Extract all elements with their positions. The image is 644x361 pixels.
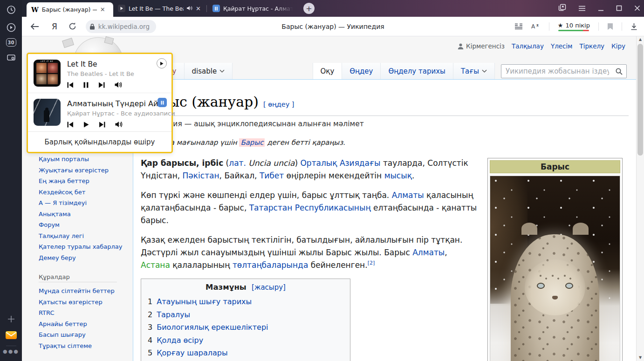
toc-item[interactable]: 3 Биологиялық ерекшеліктері	[141, 321, 350, 334]
calendar-icon[interactable]: 30	[5, 36, 17, 48]
volume-icon[interactable]	[115, 81, 122, 90]
sidebar-tool-link[interactable]: Мұнда сілтейтін беттер	[39, 286, 130, 297]
reader-mode-icon[interactable]	[514, 23, 523, 30]
previous-track-icon[interactable]	[67, 121, 74, 129]
sidebar-nav-link[interactable]: Қауым порталы	[39, 154, 130, 165]
tab-read[interactable]: Оқу	[313, 63, 343, 80]
download-icon[interactable]	[630, 23, 637, 30]
close-window-icon[interactable]	[634, 4, 640, 13]
mute-all-tabs-button[interactable]: Барлық қойындыларды өшіру	[28, 131, 171, 152]
personal-link[interactable]: Үлесім	[551, 42, 573, 50]
edit-section-link[interactable]: [ өңдеу ]	[263, 101, 295, 108]
tab-more[interactable]: Тағы	[453, 63, 495, 80]
sidebar-nav-link[interactable]: Қателер туралы хабарлау	[39, 241, 130, 252]
scroll-down-icon[interactable]: ▼	[637, 355, 644, 360]
tab-pause-badge[interactable]	[158, 98, 167, 107]
tab-edit[interactable]: Өңдеу	[342, 63, 381, 80]
wiki-link[interactable]: Тибет	[260, 171, 284, 180]
sidebar-tool-link[interactable]: Басып шығару	[39, 329, 130, 341]
chevron-down-icon	[219, 69, 225, 73]
next-track-icon[interactable]	[99, 121, 105, 129]
scrollbar-thumb[interactable]	[637, 44, 643, 156]
wiki-link[interactable]: Алматы	[392, 191, 424, 200]
wiki-link[interactable]: төлтаңбаларында	[233, 260, 308, 270]
personal-link[interactable]: Тіркелу	[579, 42, 604, 50]
wiki-link[interactable]: Астана	[141, 260, 170, 270]
sidebar-add-icon[interactable]	[5, 313, 17, 325]
toolbar-divider	[622, 22, 622, 31]
tab-kairat[interactable]: Қайрат Нұртас - Алматын	[208, 0, 298, 17]
sidebar-nav-link[interactable]: Ең жаңа беттер	[39, 176, 130, 187]
text-segment: .	[412, 171, 414, 180]
text-segment: )	[295, 158, 300, 168]
yandex-icon[interactable]: Я	[52, 22, 57, 31]
site-reviews[interactable]: ★ 10 пікір	[558, 22, 590, 31]
sidebar-nav-link[interactable]: Талқылау легі	[39, 231, 130, 242]
wiki-link[interactable]: Татарстан Республикасының	[249, 203, 371, 212]
wikipedia-logo[interactable]	[49, 36, 123, 53]
sidebar-more-icon[interactable]: ●●●	[3, 348, 19, 354]
sidebar-nav-link[interactable]: Кездейсоқ бет	[39, 187, 130, 198]
wiki-link[interactable]: мысық	[384, 171, 412, 180]
toc-item[interactable]: 5.1 Статус	[141, 360, 350, 361]
wiki-link[interactable]: Алматы	[412, 248, 445, 257]
toc-hide-toggle[interactable]: [жасыру]	[252, 283, 286, 292]
back-button[interactable]	[30, 23, 40, 30]
sidebar-tool-link[interactable]: RTRC	[39, 307, 130, 319]
page-scrollbar[interactable]: ▲ ▼	[636, 36, 644, 361]
wiki-link[interactable]: Орталық Азиядағы	[300, 158, 380, 168]
play-icon[interactable]	[83, 121, 89, 129]
next-track-icon[interactable]	[98, 81, 105, 90]
close-tab-icon[interactable]: ✕	[100, 6, 105, 13]
tab-audio-icon[interactable]	[187, 5, 192, 12]
pause-icon[interactable]	[83, 81, 89, 90]
toc-item[interactable]: 2 Таралуы	[141, 308, 350, 321]
tab-disable-gadget[interactable]: disable	[185, 63, 233, 80]
toc-item[interactable]: 1 Атауының шығу тарихы	[141, 295, 350, 308]
user-status[interactable]: Кірмегенсіз	[458, 42, 505, 50]
reload-button[interactable]	[69, 22, 76, 30]
snow-leopard-image[interactable]	[490, 176, 620, 361]
track-almaty: Алматының Түндері Ай Қайрат Нұртас - Все…	[28, 93, 171, 131]
browser-sidebar: 30 ●●●	[0, 0, 22, 361]
minimize-icon[interactable]	[598, 4, 604, 13]
tab-history[interactable]: Өңделу тарихы	[381, 63, 453, 80]
tab-letitbe[interactable]: Let It Be — The Beat ✕	[113, 0, 206, 17]
search-input[interactable]	[501, 67, 612, 75]
sidebar-nav-link[interactable]: А — Я тізімдеуі	[39, 198, 130, 209]
sidebar-tool-link[interactable]: Тұрақты сілтеме	[39, 341, 130, 352]
personal-link[interactable]: Талқылау	[512, 42, 544, 50]
personal-link[interactable]: Кіру	[611, 42, 625, 50]
toc-item[interactable]: 4 Қолда өсіру	[141, 334, 350, 347]
wiki-link[interactable]: Барыс	[239, 138, 265, 147]
translate-icon[interactable]: A ѫ	[531, 23, 541, 30]
mail-icon[interactable]	[5, 329, 17, 341]
bookmark-icon[interactable]	[607, 23, 613, 30]
screen-share-icon[interactable]	[5, 51, 17, 63]
search-icon[interactable]	[612, 68, 626, 75]
tabs-panel-icon[interactable]	[558, 4, 566, 13]
resume-tab-button[interactable]	[157, 58, 167, 68]
volume-icon[interactable]	[115, 121, 123, 129]
scroll-up-icon[interactable]: ▲	[637, 37, 644, 41]
sidebar-nav-link[interactable]: Анықтама	[39, 209, 130, 220]
toc-item[interactable]: 5 Қорғау шаралары	[141, 347, 350, 360]
wiki-link[interactable]: лат.	[229, 158, 246, 168]
history-icon[interactable]	[5, 4, 17, 16]
new-tab-button[interactable]: +	[303, 3, 315, 14]
sidebar-tool-link[interactable]: Арнайы беттер	[39, 319, 130, 330]
menu-icon[interactable]	[578, 4, 586, 13]
sidebar-tool-link[interactable]: Қатысты өзгерістер	[39, 297, 130, 308]
tools-section-header: Құралдар	[39, 273, 117, 282]
tab-wikipedia[interactable]: W Барыс (жануар) — Уики ✕	[27, 2, 113, 17]
wiki-link[interactable]: Пәкістан	[183, 171, 219, 180]
previous-track-icon[interactable]	[67, 81, 74, 90]
close-tab-icon[interactable]: ✕	[196, 5, 201, 12]
sidebar-nav-link[interactable]: Жуықтағы өзгерістер	[39, 165, 130, 176]
player-icon[interactable]	[5, 21, 17, 34]
sidebar-nav-link[interactable]: Демеу беру	[39, 252, 130, 264]
address-bar[interactable]: kk.wikipedia.org	[86, 20, 156, 33]
sidebar-nav-link[interactable]: Форум	[39, 219, 130, 231]
wiki-link[interactable]: [2]	[368, 260, 375, 266]
maximize-icon[interactable]	[616, 4, 622, 13]
